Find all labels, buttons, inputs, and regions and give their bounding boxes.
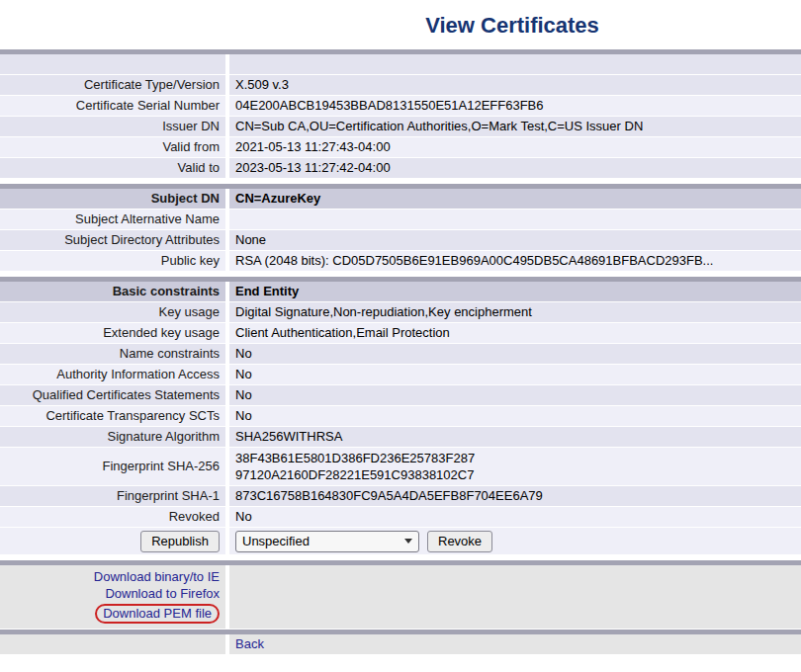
field-label: Subject Directory Attributes — [0, 230, 229, 251]
field-label: Revoked — [0, 507, 229, 528]
field-value: No — [229, 385, 801, 406]
field-label: Certificate Transparency SCTs — [0, 406, 229, 427]
field-value: No — [229, 507, 801, 528]
field-value: Client Authentication,Email Protection — [229, 323, 801, 344]
field-value: RSA (2048 bits): CD05D7505B6E91EB969A00C… — [229, 251, 801, 272]
field-label: Fingerprint SHA-256 — [0, 448, 229, 486]
page-title: View Certificates — [0, 0, 801, 49]
table-row: Certificate Serial Number 04E200ABCB1945… — [0, 96, 801, 117]
field-label: Subject Alternative Name — [0, 210, 229, 230]
field-label: Authority Information Access — [0, 365, 229, 385]
table-row: Qualified Certificates Statements No — [0, 385, 801, 406]
field-value: 873C16758B164830FC9A5A4DA5EFB8F704EE6A79 — [229, 486, 801, 507]
table-row: Extended key usage Client Authentication… — [0, 323, 801, 344]
download-pem-link[interactable]: Download PEM file — [103, 606, 212, 621]
table-row: Fingerprint SHA-256 38F43B61E5801D386FD2… — [0, 448, 801, 486]
section-value: CN=AzureKey — [229, 189, 801, 210]
field-label: Certificate Serial Number — [0, 96, 229, 117]
field-label: Valid from — [0, 137, 229, 158]
section-label: Subject DN — [0, 189, 229, 210]
field-value: Digital Signature,Non-repudiation,Key en… — [229, 302, 801, 323]
section-header-row: Subject DN CN=AzureKey — [0, 189, 801, 210]
field-value: No — [229, 365, 801, 385]
download-firefox-link[interactable]: Download to Firefox — [105, 586, 220, 601]
table-row: Subject Directory Attributes None — [0, 230, 801, 251]
table-row: Public key RSA (2048 bits): CD05D7505B6E… — [0, 251, 801, 272]
download-binary-ie-link[interactable]: Download binary/to IE — [94, 569, 220, 584]
table-row: Key usage Digital Signature,Non-repudiat… — [0, 302, 801, 323]
field-label: Fingerprint SHA-1 — [0, 486, 229, 507]
field-label — [0, 54, 229, 75]
field-value: None — [229, 230, 801, 251]
field-value: 2021-05-13 11:27:43-04:00 — [229, 137, 801, 158]
actions-row: Republish Unspecified Revoke — [0, 528, 801, 555]
revocation-reason-select[interactable]: Unspecified — [235, 531, 419, 552]
field-label: Valid to — [0, 158, 229, 179]
download-section-row: Download binary/to IE Download to Firefo… — [0, 565, 801, 630]
certificate-table: Certificate Type/Version X.509 v.3 Certi… — [0, 49, 801, 655]
table-row: Subject Alternative Name — [0, 210, 801, 230]
field-label: Extended key usage — [0, 323, 229, 344]
field-label: Key usage — [0, 302, 229, 323]
table-row: Fingerprint SHA-1 873C16758B164830FC9A5A… — [0, 486, 801, 507]
chevron-down-icon — [404, 539, 412, 544]
back-link[interactable]: Back — [235, 636, 264, 651]
actions-right-cell: Unspecified Revoke — [229, 528, 801, 555]
section-label: Basic constraints — [0, 282, 229, 302]
revoke-button[interactable]: Revoke — [427, 531, 492, 552]
footer-row: Back — [0, 634, 801, 655]
actions-left-cell: Republish — [0, 528, 229, 555]
footer-back-cell: Back — [229, 634, 801, 655]
field-label: Name constraints — [0, 344, 229, 365]
field-value — [229, 210, 801, 230]
view-certificates-page: View Certificates Certificate Type/Versi… — [0, 0, 801, 655]
field-value: 2023-05-13 11:27:42-04:00 — [229, 158, 801, 179]
field-label: Certificate Type/Version — [0, 75, 229, 96]
table-row — [0, 54, 801, 75]
field-label: Signature Algorithm — [0, 427, 229, 448]
section-value: End Entity — [229, 282, 801, 302]
section-header-row: Basic constraints End Entity — [0, 282, 801, 302]
field-label: Public key — [0, 251, 229, 272]
table-row: Revoked No — [0, 507, 801, 528]
table-row: Certificate Type/Version X.509 v.3 — [0, 75, 801, 96]
table-row: Certificate Transparency SCTs No — [0, 406, 801, 427]
field-value: CN=Sub CA,OU=Certification Authorities,O… — [229, 117, 801, 137]
table-row: Signature Algorithm SHA256WITHRSA — [0, 427, 801, 448]
table-row: Name constraints No — [0, 344, 801, 365]
download-empty-cell — [229, 565, 801, 630]
table-row: Authority Information Access No — [0, 365, 801, 385]
republish-button[interactable]: Republish — [140, 531, 220, 552]
highlight-annotation: Download PEM file — [95, 604, 220, 624]
field-value — [229, 54, 801, 75]
download-links-cell: Download binary/to IE Download to Firefo… — [0, 565, 229, 630]
field-value: No — [229, 344, 801, 365]
field-label: Issuer DN — [0, 117, 229, 137]
field-value: No — [229, 406, 801, 427]
table-row: Valid from 2021-05-13 11:27:43-04:00 — [0, 137, 801, 158]
field-value: 04E200ABCB19453BBAD8131550E51A12EFF63FB6 — [229, 96, 801, 117]
table-row: Valid to 2023-05-13 11:27:42-04:00 — [0, 158, 801, 179]
field-label: Qualified Certificates Statements — [0, 385, 229, 406]
revocation-reason-value: Unspecified — [242, 534, 310, 549]
field-value: SHA256WITHRSA — [229, 427, 801, 448]
table-row: Issuer DN CN=Sub CA,OU=Certification Aut… — [0, 117, 801, 137]
field-value: 38F43B61E5801D386FD236E25783F287 97120A2… — [229, 448, 801, 486]
footer-empty-cell — [0, 634, 229, 655]
field-value: X.509 v.3 — [229, 75, 801, 96]
